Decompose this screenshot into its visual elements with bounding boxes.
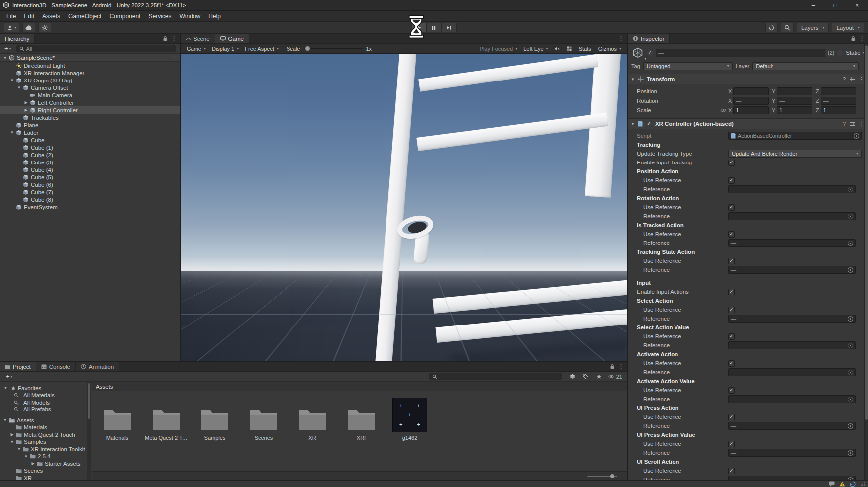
reference-object-field[interactable]: — <box>728 341 856 349</box>
foldout-open-icon[interactable]: ▼ <box>631 77 635 81</box>
project-search-input[interactable] <box>429 373 562 380</box>
close-button[interactable]: × <box>846 0 868 10</box>
hierarchy-item-cube-2[interactable]: Cube (2) <box>0 151 180 159</box>
hierarchy-item-camera-offset[interactable]: ▼Camera Offset <box>0 84 180 91</box>
scale-slider[interactable] <box>304 48 363 49</box>
checkbox-use-reference[interactable]: ✓ <box>728 333 735 340</box>
foldout-open-icon[interactable]: ▼ <box>9 130 15 135</box>
hierarchy-item-eventsystem[interactable]: EventSystem <box>0 203 180 211</box>
warning-icon[interactable] <box>839 481 845 487</box>
layer-dropdown[interactable]: Default▾ <box>752 62 859 70</box>
search-by-type-icon[interactable] <box>568 373 577 381</box>
hierarchy-item-right-controller[interactable]: ▶Right Controller <box>0 106 180 114</box>
checkbox-use-reference[interactable]: ✓ <box>728 258 735 264</box>
object-picker-icon[interactable] <box>848 187 853 192</box>
foldout-closed-icon[interactable]: ▶ <box>23 108 29 112</box>
cloud-button[interactable] <box>22 23 35 32</box>
object-picker-icon[interactable] <box>848 214 853 219</box>
menu-services[interactable]: Services <box>144 11 175 21</box>
hierarchy-item-cube-5[interactable]: Cube (5) <box>0 173 180 181</box>
lock-icon[interactable] <box>851 36 856 41</box>
hierarchy-item-cube-6[interactable]: Cube (6) <box>0 181 180 188</box>
transform-rotation-y-field[interactable]: — <box>777 97 812 105</box>
context-menu-icon[interactable]: ⋮ <box>618 35 624 42</box>
mute-audio-icon[interactable] <box>552 45 562 53</box>
tab-console[interactable]: Console <box>36 362 76 371</box>
checkbox-use-reference[interactable]: ✓ <box>728 468 735 474</box>
hidden-packages-count[interactable]: 21 <box>608 374 622 380</box>
lock-icon[interactable] <box>610 364 615 369</box>
hierarchy-item-main-camera[interactable]: Main Camera <box>0 91 180 99</box>
slider-knob[interactable] <box>610 474 614 478</box>
asset-xr[interactable]: XR <box>290 396 334 441</box>
asset-g1462[interactable]: +++++g1462 <box>388 396 432 441</box>
hierarchy-item-directional-light[interactable]: Directional Light <box>0 62 180 69</box>
lock-icon[interactable] <box>163 36 168 41</box>
maximize-button[interactable]: □ <box>824 0 846 10</box>
project-item-samples[interactable]: ▼Samples <box>0 438 91 446</box>
project-item-materials[interactable]: Materials <box>0 424 91 431</box>
object-picker-icon[interactable] <box>854 133 859 139</box>
step-button[interactable] <box>442 23 457 32</box>
hierarchy-item-left-controller[interactable]: ▶Left Controller <box>0 99 180 106</box>
foldout-open-icon[interactable]: ▼ <box>631 122 635 126</box>
checkbox-use-reference[interactable]: ✓ <box>728 204 735 211</box>
transform-scale-z-field[interactable]: 1 <box>821 106 856 114</box>
hierarchy-item-xr-interaction-manager[interactable]: XR Interaction Manager <box>0 69 180 77</box>
minimize-button[interactable]: – <box>802 0 824 10</box>
favorite-all-prefabs[interactable]: All Prefabs <box>0 406 91 413</box>
eye-display-dropdown[interactable]: Left Eye▾ <box>520 46 551 52</box>
checkbox-use-reference[interactable]: ✓ <box>728 307 735 313</box>
dropdown-update-tracking-type[interactable]: Update And Before Render▾ <box>728 150 862 158</box>
project-item-meta-quest-2-touch[interactable]: ▶Meta Quest 2 Touch <box>0 431 91 439</box>
asset-materials[interactable]: Materials <box>96 396 139 441</box>
component-enabled-checkbox[interactable]: ✓ <box>646 121 652 127</box>
tab-animation[interactable]: Animation <box>76 362 119 371</box>
active-checkbox[interactable]: ✓ <box>647 50 653 56</box>
stats-button[interactable]: Stats <box>575 46 595 52</box>
foldout-open-icon[interactable]: ▼ <box>23 454 29 459</box>
add-gameobject-button[interactable]: +▾ <box>2 45 13 53</box>
services-button[interactable] <box>38 23 51 32</box>
link-scale-icon[interactable] <box>720 108 728 112</box>
project-item-scenes[interactable]: Scenes <box>0 467 91 475</box>
hierarchy-item-lader[interactable]: ▼Lader <box>0 129 180 136</box>
foldout-open-icon[interactable]: ▼ <box>9 78 15 82</box>
scrollbar-thumb[interactable] <box>865 45 868 420</box>
favorites-header[interactable]: ▼ Favorites <box>0 384 91 392</box>
checkbox-enable-input-tracking[interactable]: ✓ <box>728 160 735 166</box>
game-viewport[interactable] <box>181 54 627 361</box>
gameobject-icon[interactable]: ▾ <box>631 46 644 59</box>
game-target-dropdown[interactable]: Game▾ <box>184 44 209 53</box>
foldout-open-icon[interactable]: ▼ <box>16 85 22 90</box>
favorite-all-materials[interactable]: All Materials <box>0 392 91 399</box>
project-item-assets[interactable]: ▼Assets <box>0 417 91 424</box>
transform-position-y-field[interactable]: — <box>777 87 812 95</box>
reference-object-field[interactable]: — <box>728 315 856 323</box>
help-icon[interactable]: ? <box>843 121 846 127</box>
context-menu-icon[interactable]: ⋮ <box>171 55 177 61</box>
scrollbar-thumb[interactable] <box>88 383 90 419</box>
tab-project[interactable]: Project <box>0 362 36 371</box>
reference-object-field[interactable]: — <box>728 449 856 457</box>
foldout-closed-icon[interactable]: ▶ <box>30 461 36 466</box>
layout-dropdown[interactable]: Layout ▾ <box>832 23 864 32</box>
console-message-icon[interactable] <box>829 481 835 487</box>
reference-object-field[interactable]: — <box>728 422 856 430</box>
transform-component-header[interactable]: ▼ Transform ? ⋮ <box>628 74 868 84</box>
presets-icon[interactable] <box>850 122 855 126</box>
checkbox-use-reference[interactable]: ✓ <box>728 414 735 420</box>
asset-meta-quest-2-to[interactable]: Meta Quest 2 To... <box>144 396 188 441</box>
menu-component[interactable]: Component <box>105 11 144 21</box>
name-field[interactable]: — <box>656 49 825 57</box>
transform-rotation-z-field[interactable]: — <box>821 97 856 105</box>
hierarchy-item-cube-8[interactable]: Cube (8) <box>0 196 180 203</box>
reference-object-field[interactable]: — <box>728 368 856 376</box>
context-menu-icon[interactable]: ⋮ <box>859 76 864 82</box>
transform-position-z-field[interactable]: — <box>821 87 856 95</box>
search-button[interactable] <box>781 23 794 32</box>
checkbox-enable-input-actions[interactable]: ✓ <box>728 289 735 295</box>
inspector-scrollbar[interactable] <box>864 44 868 480</box>
hierarchy-item-cube-7[interactable]: Cube (7) <box>0 188 180 196</box>
create-asset-button[interactable]: +▾ <box>4 373 15 381</box>
